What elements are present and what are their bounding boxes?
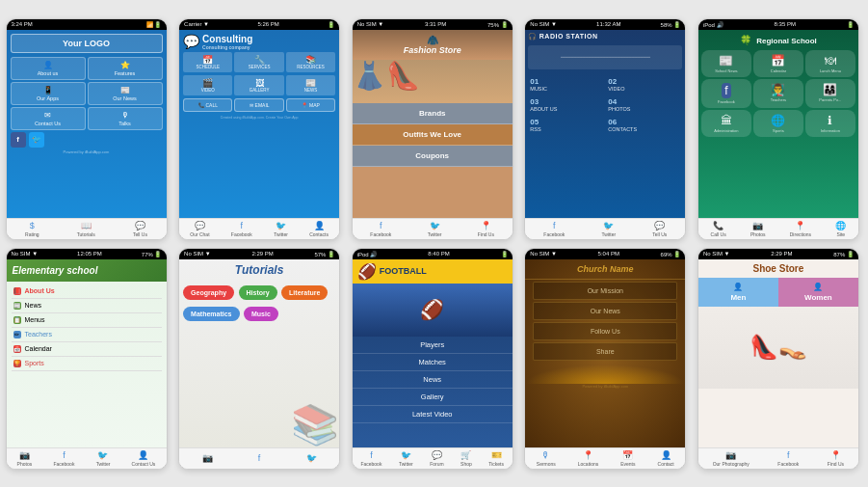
app5-lunch[interactable]: 🍽Lunch Menu (805, 50, 855, 77)
app5-directions[interactable]: 📍Directions (790, 221, 811, 237)
app4-music[interactable]: 01MUSIC (528, 75, 604, 94)
app2-email[interactable]: ✉ EMAIL (234, 98, 283, 112)
app9-events[interactable]: 📅Events (620, 450, 635, 467)
app6-facebook[interactable]: fFacebook (53, 450, 74, 467)
app10-bottom: 📷Our Photography fFacebook 📍Find Us (698, 447, 858, 469)
app9-share[interactable]: Share (533, 342, 677, 361)
app3-twitter[interactable]: 🐦Twitter (428, 221, 442, 237)
app8-twitter[interactable]: 🐦Twitter (399, 450, 413, 467)
app6-menus[interactable]: 📋 Menus (12, 313, 162, 328)
app2-call[interactable]: 📞 CALL (183, 98, 232, 112)
app2-content: 💬 Consulting Consulting company 📅SCHEDUL… (179, 30, 339, 218)
app8-title: FOOTBALL (380, 266, 427, 276)
app5-admin[interactable]: 🏛Administration (701, 110, 751, 137)
app1-bottom-tutorials[interactable]: 📖Tutorials (77, 221, 95, 237)
app8-forum[interactable]: 💬Forum (430, 450, 443, 467)
app9-sermons[interactable]: 🎙Sermons (537, 450, 556, 467)
app4-title: RADIO STATION (539, 33, 598, 40)
app8-facebook[interactable]: fFacebook (360, 450, 381, 467)
app1-item-features[interactable]: ⭐Features (88, 57, 163, 80)
app10-findus[interactable]: 📍Find Us (828, 450, 844, 467)
app2-resources[interactable]: 📚RESOURCES (286, 52, 335, 72)
app3-outfits[interactable]: Outfits We Love (353, 124, 513, 146)
app2-services[interactable]: 🔧SERVICES (234, 52, 283, 72)
app5-parents[interactable]: 👨‍👩‍👧Parents Po... (805, 79, 855, 108)
app2-status: Carrier ▼ 5:26 PM 🔋 (179, 19, 339, 30)
app8-players[interactable]: Players (353, 337, 513, 354)
app2-schedule[interactable]: 📅SCHEDULE (183, 52, 232, 72)
app10-facebook[interactable]: fFacebook (777, 450, 799, 467)
app2-video[interactable]: 🎬VIDEO (183, 75, 232, 95)
app5-calendar[interactable]: 📅Calendar (753, 50, 803, 77)
app8-shop[interactable]: 🛒Shop (460, 450, 472, 467)
app5-callus[interactable]: 📞Call Us (711, 221, 726, 237)
app7-literature[interactable]: Literature (281, 285, 328, 300)
app7-music[interactable]: Music (244, 307, 278, 321)
app3-coupons[interactable]: Coupons (353, 146, 513, 167)
app5-sports[interactable]: 🌐Sports (753, 110, 803, 137)
app2-news[interactable]: 📰NEWS (286, 75, 335, 95)
app9-mission[interactable]: Our Mission (533, 282, 677, 300)
app1-frame: 3:24 PM 📶 🔋 Your LOGO 👤About us ⭐Feature… (6, 18, 168, 240)
app3-facebook[interactable]: fFacebook (370, 221, 391, 237)
app1-item-talks[interactable]: 🎙Talks (88, 107, 163, 130)
app6-aboutus[interactable]: 📕 About Us (12, 284, 162, 299)
app5-facebook[interactable]: fFacebook (701, 79, 751, 108)
app4-tellus[interactable]: 💬Tell Us (652, 221, 667, 237)
app6-sports[interactable]: 🏆 Sports (12, 357, 162, 371)
app6-news[interactable]: 📰 News (12, 299, 162, 313)
app7-mathematics[interactable]: Mathematics (183, 307, 239, 321)
app8-news[interactable]: News (353, 371, 513, 389)
app4-twitter[interactable]: 🐦Twitter (601, 221, 616, 237)
app7-geography[interactable]: Geography (183, 285, 234, 300)
app10-title: Shoe Store (702, 263, 855, 274)
app1-facebook-icon[interactable]: f (11, 132, 26, 148)
app1-item-apps[interactable]: 📱Our Apps (11, 82, 86, 105)
app3-status: No SIM ▼ 3:31 PM 75% 🔋 (353, 19, 513, 30)
app2-facebook[interactable]: fFacebook (231, 221, 252, 237)
app6-teachers[interactable]: ✏ Teachers (12, 328, 162, 342)
app6-calendar[interactable]: 📅 Calendar (12, 342, 162, 357)
app5-photos[interactable]: 📷Photos (750, 221, 766, 237)
app1-item-aboutus[interactable]: 👤About us (11, 57, 86, 80)
app10-men-tab[interactable]: 👤 Men (698, 278, 778, 307)
app3-findus[interactable]: 📍Find Us (478, 221, 494, 237)
app6-bottom: 📷Photos fFacebook 🐦Twitter 👤Contact Us (7, 447, 167, 469)
app9-locations[interactable]: 📍Locations (578, 450, 598, 467)
app2-map[interactable]: 📍 MAP (286, 98, 335, 112)
app9-followus[interactable]: Follow Us (533, 322, 677, 340)
app2-gallery[interactable]: 🖼GALLERY (234, 75, 283, 95)
app8-latestvideo[interactable]: Latest Video (353, 406, 513, 423)
app5-teachers[interactable]: 👨‍🏫Teachers (753, 79, 803, 108)
app10-photography[interactable]: 📷Our Photography (713, 450, 750, 467)
app1-twitter-icon[interactable]: 🐦 (29, 132, 44, 148)
app10-women-tab[interactable]: 👤 Women (778, 278, 858, 307)
app4-rss[interactable]: 05RSS (528, 116, 604, 134)
app4-photos[interactable]: 04PHOTOS (606, 95, 682, 114)
app5-schoolnews[interactable]: 📰School News (701, 50, 751, 77)
app1-bottom-rating[interactable]: $Rating (25, 221, 39, 237)
app2-twitter[interactable]: 🐦Twitter (274, 221, 288, 237)
app2-ourchat[interactable]: 💬Our Chat (190, 221, 209, 237)
app6-contact[interactable]: 👤Contact Us (132, 450, 156, 467)
app8-tickets[interactable]: 🎫Tickets (488, 450, 504, 467)
app4-aboutus[interactable]: 03ABOUT US (528, 95, 604, 114)
app3-brands[interactable]: Brands (353, 103, 513, 124)
app5-info[interactable]: ℹInformation (805, 110, 855, 137)
app4-contacts[interactable]: 06CONTACTS (606, 116, 682, 134)
app2-contacts[interactable]: 👤Contacts (309, 221, 329, 237)
app1-item-news[interactable]: 📰Our News (88, 82, 163, 105)
app6-twitter[interactable]: 🐦Twitter (96, 450, 111, 467)
app9-contact[interactable]: 👤Contact (658, 450, 674, 467)
app8-image: 🏈 (353, 284, 513, 337)
app4-facebook[interactable]: fFacebook (543, 221, 565, 237)
app1-item-contact[interactable]: ✉Contact Us (11, 107, 86, 130)
app4-video[interactable]: 02VIDEO (606, 75, 682, 94)
app8-gallery[interactable]: Gallery (353, 389, 513, 406)
app6-photos[interactable]: 📷Photos (17, 450, 33, 467)
app8-matches[interactable]: Matches (353, 354, 513, 371)
app7-history[interactable]: History (239, 285, 277, 300)
app9-news[interactable]: Our News (533, 302, 677, 320)
app1-bottom-tellus[interactable]: 💬Tell Us (133, 221, 147, 237)
app5-site[interactable]: 🌐Site (835, 221, 846, 237)
